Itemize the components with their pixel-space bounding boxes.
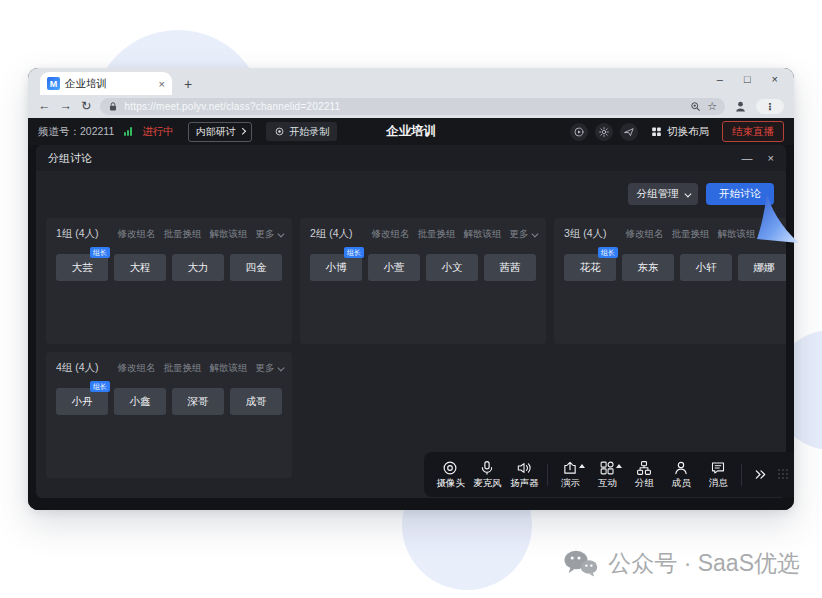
group-name: 2组 (4人) xyxy=(310,227,353,241)
group-action-link[interactable]: 批量换组 xyxy=(672,228,710,241)
toolbar-item-label: 分组 xyxy=(635,477,654,490)
window-minimize-icon[interactable]: – xyxy=(717,74,723,85)
member-tile[interactable]: 小文 xyxy=(426,254,478,281)
toolbar-item-group[interactable]: 分组 xyxy=(626,460,663,490)
group-action-link[interactable]: 批量换组 xyxy=(418,228,456,241)
member-tile[interactable]: 四金 xyxy=(230,254,282,281)
layout-grid-icon xyxy=(651,126,662,137)
member-tile[interactable]: 大程 xyxy=(114,254,166,281)
toolbar-item-member[interactable]: 成员 xyxy=(663,460,700,490)
header-right-cluster: 切换布局 结束直播 xyxy=(570,121,784,142)
tab-title: 企业培训 xyxy=(65,77,154,91)
member-tile[interactable]: 花花组长 xyxy=(564,254,616,281)
mode-button[interactable]: 内部研讨 xyxy=(188,122,253,142)
member-tile[interactable]: 茜茜 xyxy=(484,254,536,281)
toolbar-divider xyxy=(547,464,548,486)
start-discussion-button[interactable]: 开始讨论 xyxy=(706,183,774,205)
bottom-toolbar: 摄像头麦克风扬声器演示互动分组成员消息 xyxy=(424,452,794,497)
drag-handle-dots[interactable] xyxy=(778,469,790,481)
group-action-link[interactable]: 解散该组 xyxy=(718,228,756,241)
member-row: 小丹组长小鑫深哥成哥 xyxy=(56,388,282,415)
member-icon xyxy=(673,460,689,476)
toolbar-item-label: 摄像头 xyxy=(436,477,465,490)
toolbar-item-message[interactable]: 消息 xyxy=(700,460,737,490)
member-tile[interactable]: 东东 xyxy=(622,254,674,281)
end-live-button[interactable]: 结束直播 xyxy=(722,121,784,142)
browser-menu-button[interactable]: ⋮ xyxy=(756,99,784,114)
group-manage-button[interactable]: 分组管理 xyxy=(628,183,699,205)
record-icon xyxy=(274,126,285,137)
member-tile[interactable]: 大芸组长 xyxy=(56,254,108,281)
toolbar-expand-button[interactable] xyxy=(746,467,775,482)
settings-gear-icon xyxy=(598,126,610,138)
member-tile[interactable]: 小轩 xyxy=(680,254,732,281)
switch-layout-button[interactable]: 切换布局 xyxy=(646,123,714,141)
forward-icon[interactable]: → xyxy=(60,100,73,113)
member-tile[interactable]: 大力 xyxy=(172,254,224,281)
back-icon[interactable]: ← xyxy=(38,100,51,113)
settings-gear-button[interactable] xyxy=(595,123,613,141)
group-action-link[interactable]: 批量换组 xyxy=(164,228,202,241)
start-record-button[interactable]: 开始录制 xyxy=(266,122,337,141)
window-maximize-icon[interactable]: □ xyxy=(744,74,751,85)
member-row: 小博组长小萱小文茜茜 xyxy=(310,254,536,281)
group-name: 4组 (4人) xyxy=(56,361,99,375)
group-action-link[interactable]: 修改组名 xyxy=(118,228,156,241)
group-actions: 修改组名批量换组解散该组更多 xyxy=(626,228,787,241)
bookmark-star-icon[interactable]: ☆ xyxy=(707,101,717,112)
toolbar-item-present[interactable]: 演示 xyxy=(552,460,589,490)
panel-title: 分组讨论 xyxy=(48,151,92,166)
group-more-link[interactable]: 更多 xyxy=(510,228,537,241)
group-action-link[interactable]: 批量换组 xyxy=(164,362,202,375)
app-header: 频道号：202211 进行中 内部研讨 开始录制 企业培训 切换布局 xyxy=(28,118,794,145)
member-tile[interactable]: 小鑫 xyxy=(114,388,166,415)
toolbar-item-interact[interactable]: 互动 xyxy=(589,460,626,490)
toolbar-item-speaker[interactable]: 扬声器 xyxy=(506,460,543,490)
toolbar-item-mic[interactable]: 麦克风 xyxy=(469,460,506,490)
chevron-down-icon xyxy=(277,364,283,370)
reload-icon[interactable]: ↻ xyxy=(81,100,91,113)
playback-button[interactable] xyxy=(570,123,588,141)
send-button[interactable] xyxy=(620,123,638,141)
live-status: 进行中 xyxy=(142,125,174,139)
zoom-search-icon[interactable] xyxy=(690,101,701,112)
toolbar-item-camera[interactable]: 摄像头 xyxy=(432,460,469,490)
group-action-link[interactable]: 修改组名 xyxy=(118,362,156,375)
leader-badge: 组长 xyxy=(598,247,618,258)
member-tile[interactable]: 小丹组长 xyxy=(56,388,108,415)
expand-icon xyxy=(753,467,768,482)
playback-icon xyxy=(573,126,585,138)
new-tab-button[interactable]: + xyxy=(184,77,192,91)
group-more-link[interactable]: 更多 xyxy=(764,228,787,241)
chevron-down-icon xyxy=(785,230,786,236)
chevron-down-icon xyxy=(277,230,283,236)
member-tile[interactable]: 娜娜 xyxy=(738,254,786,281)
group-more-link[interactable]: 更多 xyxy=(256,362,283,375)
panel-minimize-icon[interactable]: — xyxy=(742,153,753,164)
group-action-link[interactable]: 解散该组 xyxy=(210,362,248,375)
group-action-link[interactable]: 修改组名 xyxy=(626,228,664,241)
window-close-icon[interactable]: × xyxy=(772,74,778,85)
address-bar[interactable]: https://meet.polyv.net/class?channelid=2… xyxy=(100,98,725,115)
panel-close-icon[interactable]: × xyxy=(768,153,774,164)
panel-window-controls: — × xyxy=(742,153,774,164)
group-action-link[interactable]: 解散该组 xyxy=(464,228,502,241)
toolbar-item-label: 扬声器 xyxy=(510,477,539,490)
chevron-down-icon xyxy=(684,190,690,196)
member-tile[interactable]: 深哥 xyxy=(172,388,224,415)
tab-close-icon[interactable]: × xyxy=(159,78,165,90)
browser-tab[interactable]: M 企业培训 × xyxy=(40,72,172,95)
send-icon xyxy=(623,126,635,138)
leader-badge: 组长 xyxy=(90,247,110,258)
toolbar-item-label: 麦克风 xyxy=(473,477,502,490)
member-tile[interactable]: 成哥 xyxy=(230,388,282,415)
app-area: 频道号：202211 进行中 内部研讨 开始录制 企业培训 切换布局 xyxy=(28,118,794,510)
camera-icon xyxy=(442,460,458,476)
profile-avatar-icon[interactable] xyxy=(734,100,747,113)
group-action-link[interactable]: 解散该组 xyxy=(210,228,248,241)
toolbar-item-label: 互动 xyxy=(598,477,617,490)
member-tile[interactable]: 小博组长 xyxy=(310,254,362,281)
group-action-link[interactable]: 修改组名 xyxy=(372,228,410,241)
member-tile[interactable]: 小萱 xyxy=(368,254,420,281)
group-more-link[interactable]: 更多 xyxy=(256,228,283,241)
